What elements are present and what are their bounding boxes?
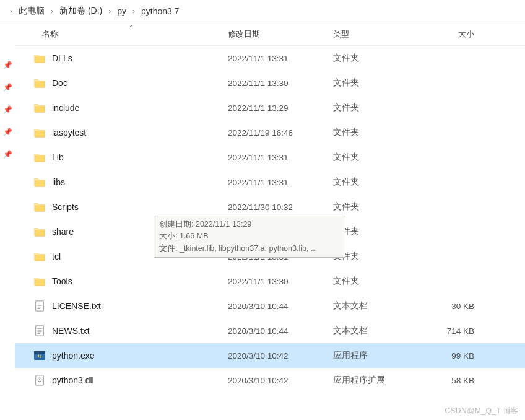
file-type: 文件夹 (331, 53, 417, 64)
header-size[interactable]: 大小 (417, 28, 485, 40)
folder-icon (33, 225, 46, 238)
tooltip-created: 创建日期: 2022/11/1 13:29 (159, 219, 340, 230)
table-row[interactable]: laspytest2022/11/19 16:46文件夹 (15, 120, 525, 145)
file-date: 2020/3/10 10:42 (225, 376, 331, 385)
file-date: 2022/11/1 13:30 (225, 79, 331, 88)
crumb-1[interactable]: 新加卷 (D:) (58, 4, 103, 18)
file-name: Lib (52, 152, 64, 162)
header-type[interactable]: 类型 (331, 28, 417, 40)
exe-icon (33, 349, 46, 362)
table-row[interactable]: NEWS.txt2020/3/10 10:44文本文档714 KB (15, 318, 525, 343)
svg-rect-5 (36, 326, 44, 336)
crumb-2[interactable]: py (116, 5, 128, 17)
pin-icon[interactable]: 📌 (3, 83, 12, 92)
file-date: 2022/11/30 10:32 (225, 203, 331, 212)
file-type: 文件夹 (331, 152, 417, 163)
folder-icon (33, 126, 46, 139)
chevron-right-icon: › (103, 7, 116, 15)
table-row[interactable]: Doc2022/11/1 13:30文件夹 (15, 71, 525, 95)
text-icon (33, 300, 46, 312)
folder-icon (33, 250, 46, 263)
file-date: 2020/3/10 10:44 (225, 326, 331, 336)
file-name: DLLs (52, 53, 72, 63)
chevron-right-icon: › (46, 7, 58, 15)
file-size: 58 KB (417, 376, 485, 385)
folder-icon (33, 77, 46, 89)
folder-icon (33, 201, 46, 213)
file-size: 714 KB (417, 326, 485, 336)
table-row[interactable]: Tools2022/11/1 13:30文件夹 (15, 269, 525, 294)
table-row[interactable]: include2022/11/1 13:29文件夹 (15, 95, 525, 120)
file-type: 文件夹 (331, 177, 417, 188)
file-type: 应用程序 (331, 350, 417, 361)
file-size: 99 KB (417, 351, 485, 361)
tooltip-size: 大小: 1.66 MB (159, 230, 340, 242)
file-name: NEWS.txt (52, 326, 90, 336)
pin-icon[interactable]: 📌 (3, 105, 12, 114)
file-size: 30 KB (417, 302, 485, 311)
table-row[interactable]: Lib2022/11/1 13:31文件夹 (15, 145, 525, 170)
file-date: 2022/11/1 13:31 (225, 178, 331, 187)
table-row[interactable]: python3.dll2020/3/10 10:42应用程序扩展58 KB (15, 368, 525, 393)
file-name: python3.dll (52, 375, 94, 385)
file-type: 文件夹 (331, 201, 417, 212)
file-type: 应用程序扩展 (331, 375, 417, 386)
quick-access-bar: 📌 📌 📌 📌 📌 (0, 22, 15, 420)
text-icon (33, 325, 46, 337)
file-name: Tools (52, 276, 72, 286)
pin-icon[interactable]: 📌 (3, 150, 12, 159)
crumb-3[interactable]: python3.7 (140, 5, 181, 17)
column-headers: ⌃ 名称 修改日期 类型 大小 (15, 22, 525, 46)
folder-icon (33, 102, 46, 114)
file-date: 2022/11/19 16:46 (225, 128, 331, 138)
pin-icon[interactable]: 📌 (3, 61, 12, 69)
file-type: 文件夹 (331, 276, 417, 287)
breadcrumb[interactable]: › 此电脑 › 新加卷 (D:) › py › python3.7 (0, 0, 525, 22)
file-date: 2022/11/1 13:31 (225, 153, 331, 162)
dll-icon (33, 374, 46, 387)
file-type: 文本文档 (331, 300, 417, 312)
tooltip-files: 文件: _tkinter.lib, libpython37.a, python3… (159, 243, 340, 255)
svg-point-16 (39, 379, 40, 380)
sort-ascending-icon: ⌃ (129, 24, 134, 31)
chevron-right-icon: › (5, 7, 17, 15)
svg-rect-0 (36, 301, 44, 311)
svg-point-13 (40, 357, 41, 358)
header-name[interactable]: 名称 (15, 28, 225, 40)
table-row[interactable]: libs2022/11/1 13:31文件夹 (15, 170, 525, 195)
header-date[interactable]: 修改日期 (225, 28, 331, 40)
file-name: share (52, 227, 74, 237)
folder-icon (33, 52, 46, 64)
crumb-0[interactable]: 此电脑 (17, 4, 46, 18)
file-name: python.exe (52, 351, 95, 361)
folder-icon (33, 151, 46, 164)
chevron-right-icon: › (128, 7, 140, 15)
file-name: Scripts (52, 202, 79, 212)
file-name: libs (52, 177, 65, 187)
svg-rect-11 (34, 351, 45, 354)
file-date: 2020/3/10 10:44 (225, 302, 331, 311)
table-row[interactable]: python.exe2020/3/10 10:42应用程序99 KB (15, 343, 525, 368)
file-type: 文件夹 (331, 77, 417, 89)
watermark: CSDN@M_Q_T 博客 (445, 406, 519, 416)
file-type: 文件夹 (331, 127, 417, 138)
file-name: tcl (52, 252, 61, 261)
pin-icon[interactable]: 📌 (3, 128, 12, 136)
file-date: 2020/3/10 10:42 (225, 351, 331, 361)
table-row[interactable]: DLLs2022/11/1 13:31文件夹 (15, 46, 525, 71)
svg-point-12 (38, 355, 39, 356)
file-name: include (52, 103, 79, 113)
file-date: 2022/11/1 13:31 (225, 54, 331, 63)
table-row[interactable]: LICENSE.txt2020/3/10 10:44文本文档30 KB (15, 294, 525, 318)
file-name: Doc (52, 78, 67, 88)
file-date: 2022/11/1 13:29 (225, 103, 331, 113)
folder-icon (33, 275, 46, 287)
file-date: 2022/11/1 13:30 (225, 277, 331, 286)
folder-tooltip: 创建日期: 2022/11/1 13:29 大小: 1.66 MB 文件: _t… (154, 216, 345, 258)
folder-icon (33, 176, 46, 188)
file-name: LICENSE.txt (52, 301, 101, 311)
file-type: 文本文档 (331, 325, 417, 336)
file-type: 文件夹 (331, 102, 417, 113)
file-name: laspytest (52, 128, 86, 138)
